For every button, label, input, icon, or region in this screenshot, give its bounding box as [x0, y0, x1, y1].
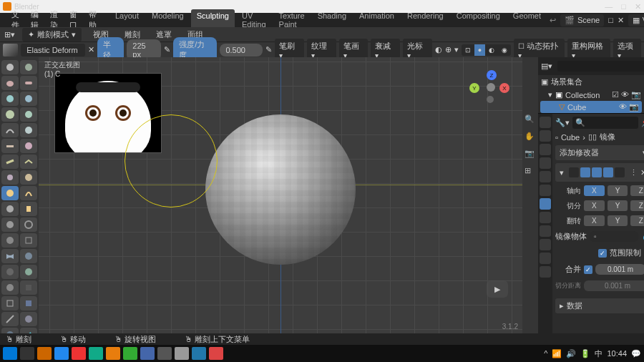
tab-object[interactable] [540, 185, 551, 196]
tool-box-face[interactable] [20, 296, 37, 310]
tool-smooth[interactable] [20, 123, 37, 137]
axis-z[interactable]: Z [630, 185, 644, 196]
tab-mesh[interactable] [540, 253, 551, 264]
eye-icon[interactable]: 👁 [619, 102, 627, 112]
tab-modifiers[interactable] [540, 198, 551, 210]
bisect-y[interactable]: Y [608, 200, 628, 211]
strength-pressure-icon[interactable]: ✎ [265, 45, 272, 54]
shading-rendered-icon[interactable]: ◉ [498, 44, 511, 56]
tab-particles[interactable] [540, 212, 551, 223]
tab-render[interactable] [540, 117, 551, 128]
mode-dropdown[interactable]: ✦ 雕刻模式 ▾ [22, 28, 82, 41]
tool-elastic-deform[interactable] [1, 186, 19, 200]
eye-icon[interactable]: 👁 [621, 90, 629, 99]
strength-value[interactable]: 0.500 [220, 44, 263, 57]
tab-output[interactable] [540, 130, 551, 142]
tool-grab[interactable] [20, 170, 37, 185]
maximize-button[interactable]: □ [621, 2, 626, 11]
notification-icon[interactable]: 💬 [631, 349, 641, 358]
axis-y[interactable]: Y [608, 185, 628, 196]
tray-wifi-icon[interactable]: 📶 [552, 349, 562, 358]
tool-pinch[interactable] [1, 170, 19, 185]
mirror-modifier-header[interactable]: ▾ ⋮ ✕ [555, 163, 644, 182]
close-icon[interactable]: ✕ [640, 168, 644, 177]
back-icon[interactable]: ↩ [550, 16, 556, 25]
gizmo-z[interactable]: Z [487, 70, 497, 80]
3d-viewport[interactable]: 正交左视图 (1) C Z Y X 3.1.2 ▶ [39, 57, 522, 333]
tool-simplify[interactable] [20, 249, 37, 263]
tool-fill[interactable] [20, 139, 37, 153]
taskbar-app-7[interactable] [157, 347, 172, 360]
tool-pose[interactable] [20, 202, 37, 216]
mod-cage-icon[interactable] [603, 167, 613, 177]
taskbar-app-3[interactable] [72, 347, 86, 360]
tool-layer[interactable] [20, 92, 37, 106]
shading-solid-icon[interactable]: ● [474, 44, 485, 56]
flip-y[interactable]: Y [608, 215, 628, 226]
breadcrumb-mod[interactable]: 镜像 [600, 132, 615, 142]
tab-scene-props[interactable] [540, 157, 551, 169]
tool-multiplane[interactable] [20, 155, 37, 169]
gizmo-y[interactable]: Y [469, 83, 479, 93]
tab-world[interactable] [540, 171, 551, 182]
tool-inflate[interactable] [1, 107, 19, 122]
editor-type-icon[interactable]: ⊞▾ [4, 30, 15, 39]
merge-distance[interactable]: 0.001 m [595, 264, 644, 275]
shading-wire-icon[interactable]: ⊡ [462, 44, 474, 56]
render-icon[interactable]: 📷 [631, 90, 641, 99]
start-button[interactable] [3, 347, 17, 360]
taskbar-app-5[interactable] [123, 347, 137, 360]
clipping-checkbox[interactable]: ✓ [598, 249, 607, 258]
tool-scrape[interactable] [1, 155, 19, 169]
move-view-icon[interactable]: ✋ [525, 132, 536, 143]
tool-line[interactable] [1, 312, 19, 326]
merge-checkbox[interactable]: ✓ [584, 265, 592, 274]
tool-box-mask[interactable] [20, 280, 37, 295]
tool-slide[interactable] [1, 233, 19, 248]
orientation-gizmo[interactable]: Z Y X [474, 70, 509, 106]
outliner-cube[interactable]: ▽ Cube 👁 📷 [540, 101, 642, 113]
exclude-icon[interactable]: ☑ [612, 90, 619, 99]
tool-thumb[interactable] [1, 202, 19, 216]
minimize-button[interactable]: — [605, 2, 613, 11]
tool-clay-thumb[interactable] [1, 92, 19, 106]
gizmo-center[interactable] [487, 83, 495, 92]
tool-draw[interactable] [1, 60, 19, 74]
tool-snake-hook[interactable] [20, 186, 37, 200]
tray-lang-icon[interactable]: 中 [595, 348, 602, 359]
sculpt-mesh[interactable] [205, 114, 356, 265]
tray-volume-icon[interactable]: 🔊 [566, 349, 576, 358]
modifier-menu-icon[interactable]: ⋮ [630, 168, 638, 177]
overlay-toggle-icon[interactable]: ◐ [435, 45, 442, 54]
tab-viewlayer[interactable] [540, 144, 551, 155]
tool-boundary[interactable] [20, 233, 37, 248]
axis-x[interactable]: X [584, 185, 605, 196]
radius-pressure-icon[interactable]: ✎ [164, 45, 170, 54]
perspective-icon[interactable]: ⊞ [525, 166, 536, 177]
tab-physics[interactable] [540, 225, 551, 237]
tool-multires[interactable] [1, 280, 19, 295]
taskview-icon[interactable] [20, 347, 34, 360]
tool-rotate[interactable] [20, 217, 37, 232]
tool-edit-face[interactable] [1, 328, 19, 333]
tool-clay-strips[interactable] [20, 76, 37, 90]
brush-thumbnail[interactable] [3, 44, 18, 57]
xray-icon[interactable]: ▾ [454, 45, 459, 54]
outliner-editor-icon[interactable]: ▤▾ [541, 62, 552, 71]
tool-cloth[interactable] [1, 249, 19, 263]
brush-name-field[interactable]: Elastic Deform [21, 44, 85, 57]
tool-mask[interactable] [1, 265, 19, 279]
tool-annotate[interactable] [20, 328, 37, 333]
clock-time[interactable]: 10:44 [607, 349, 627, 358]
zoom-icon[interactable]: 🔍 [525, 114, 536, 126]
taskbar-app-9[interactable] [192, 347, 206, 360]
flip-z[interactable]: Z [630, 215, 644, 226]
video-play-icon[interactable]: ▶ [487, 280, 508, 298]
breadcrumb-obj[interactable]: Cube [561, 133, 580, 142]
shading-modes[interactable]: ⊡ ● ◐ ◉ [462, 44, 511, 56]
mod-sculpt-icon[interactable] [615, 167, 625, 177]
tray-up-icon[interactable]: ^ [544, 349, 547, 358]
tool-clay[interactable] [1, 76, 19, 90]
shading-matpreview-icon[interactable]: ◐ [485, 44, 498, 56]
reference-image[interactable] [54, 73, 162, 153]
